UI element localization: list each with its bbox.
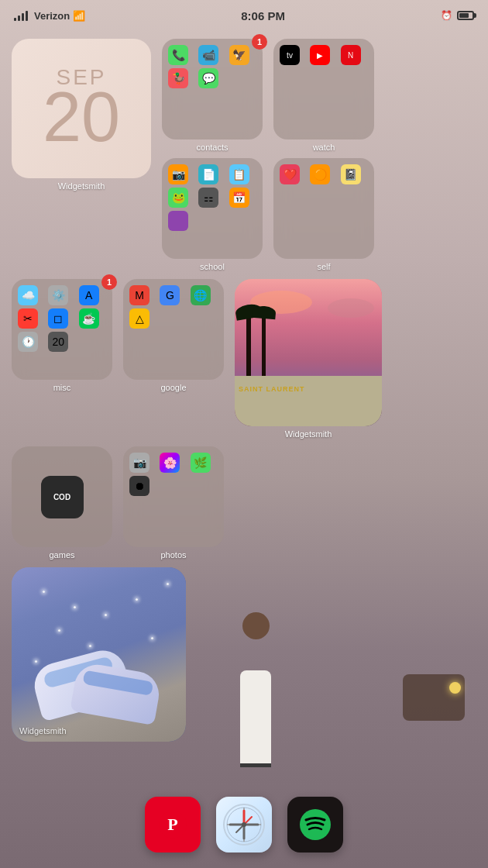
self-ic3: 📓 [341,164,361,184]
home-grid: SEP 20 Widgetsmith 📞 📹 🦅 [12,39,476,742]
w-empty3 [341,68,361,88]
g-empty2 [191,308,211,329]
xcode-icon: ✂ [18,308,38,329]
google-apps: M G 🌐 △ [129,285,218,329]
gmail-icon: M [129,285,149,305]
bar2 [18,16,20,21]
building: SAINT LAURENT [235,376,382,426]
sparkle1 [43,591,45,593]
svg-text:P: P [167,815,177,834]
sparkle2 [74,606,76,608]
shoes-widget-container[interactable]: Widgetsmith [12,567,186,742]
signal-bars [14,11,28,21]
sparkle5 [89,645,91,647]
school-folder-grid: 📷 📄 📋 🐸 ⚏ 📅 [162,158,263,259]
drive-icon: △ [129,308,149,329]
school-label: school [200,262,225,271]
contacts-folder-grid: 📞 📹 🦅 🦆 💬 [162,39,263,140]
contacts-label: contacts [197,143,229,152]
photos-label: photos [160,550,186,560]
contacts-folder-icon-wrap: 📞 📹 🦅 🦆 💬 1 [162,39,263,140]
cal2-icon: 20 [48,332,68,352]
school-ic7 [168,211,188,231]
contacts-folder[interactable]: 📞 📹 🦅 🦆 💬 1 contacts [162,39,263,152]
saint-widget-container[interactable]: SAINT LAURENT Widgetsmith [235,279,382,439]
appletv-icon: tv [280,45,300,65]
message-icon: 💬 [198,68,218,88]
pinterest-icon[interactable]: P [145,797,201,852]
calendar-widget-container[interactable]: SEP 20 Widgetsmith [12,39,151,191]
misc-folder[interactable]: ☁️ ⚙️ A ✂ ◻ ☕ 🕐 20 1 misc [12,279,112,392]
self-empty1 [280,188,300,208]
school-ic4: 🐸 [168,188,188,208]
photos-ic3: 🌿 [191,453,211,473]
shoes-bg: Widgetsmith [12,567,186,742]
self-folder[interactable]: ❤️ 🟠 📓 self [273,158,374,271]
photos-folder[interactable]: 📷 🌸 🌿 ⏺ photos [123,446,224,560]
shoe2-strap [82,670,153,696]
self-empty3 [341,188,361,208]
games-folder[interactable]: COD games [12,446,112,560]
watch-folder-apps: tv ▶ N [280,45,368,88]
facetime-icon: 📹 [198,45,218,65]
saint-widget-label: Widgetsmith [285,429,332,439]
second-folders-row: 📷 📄 📋 🐸 ⚏ 📅 school [162,158,374,271]
calendar-widget[interactable]: SEP 20 [12,39,151,178]
w-empty2 [310,68,330,88]
netflix-icon: N [341,45,361,65]
bar3 [22,13,24,21]
saint-widget[interactable]: SAINT LAURENT [235,279,382,426]
youtube-icon: ▶ [310,45,330,65]
watch-folder[interactable]: tv ▶ N watch [273,39,374,152]
shoes-widget[interactable]: Widgetsmith [12,567,186,742]
photos-icon: 🌸 [160,453,180,473]
shoes-widget-label: Widgetsmith [19,726,67,735]
watch-label: watch [313,143,335,152]
spotify-icon[interactable] [287,797,343,852]
watch-folder-grid: tv ▶ N [273,39,374,140]
school-ic2: 📄 [198,164,218,184]
bar4 [26,11,28,21]
sparkle4 [58,629,60,632]
google-folder-grid: M G 🌐 △ [123,279,224,380]
self-label: self [317,262,330,271]
row-4: Widgetsmith [12,567,476,742]
battery-icon [457,11,474,20]
sparkle6 [136,598,138,601]
ph-empty2 [191,476,211,496]
school-ic1: 📷 [168,164,188,184]
misc-badge: 1 [101,274,117,290]
school-ic5: ⚏ [198,188,218,208]
pinterest-logo: P [157,809,188,840]
pinterest-bg: P [145,797,201,852]
contacts-folder-apps: 📞 📹 🦅 🦆 💬 [168,45,256,88]
safari-bg [216,797,272,852]
appstore-icon: A [79,285,99,305]
school-folder-apps: 📷 📄 📋 🐸 ⚏ 📅 [168,164,256,231]
empty-icon [229,68,249,88]
row-3: COD games 📷 🌸 🌿 ⏺ photos [12,446,476,560]
safari-icon[interactable] [216,797,272,852]
phone-icon: 📞 [168,45,188,65]
school-ic3: 📋 [229,164,249,184]
svg-point-10 [242,822,246,827]
palm1-trunk [246,314,251,384]
calendar-day: 20 [43,82,120,152]
saint-bg: SAINT LAURENT [235,279,382,426]
w-empty1 [280,68,300,88]
weather-icon: ☁️ [18,285,38,305]
school-folder[interactable]: 📷 📄 📋 🐸 ⚏ 📅 school [162,158,263,271]
duck-icon: 🦆 [168,68,188,88]
row-1: SEP 20 Widgetsmith 📞 📹 🦅 [12,39,476,271]
status-bar: Verizon 📶 8:06 PM ⏰ [0,0,488,31]
google-folder[interactable]: M G 🌐 △ google [123,279,224,392]
time-display: 8:06 PM [241,9,285,22]
chrome-icon: 🌐 [191,285,211,305]
google-label: google [160,383,186,392]
status-right: ⏰ [441,10,474,21]
wifi-icon: 📶 [73,10,85,22]
settings-icon: ⚙️ [48,285,68,305]
screenrecord-icon: ⏺ [129,476,149,496]
right-columns: 📞 📹 🦅 🦆 💬 1 contacts [162,39,374,271]
self-ic1: ❤️ [280,164,300,184]
